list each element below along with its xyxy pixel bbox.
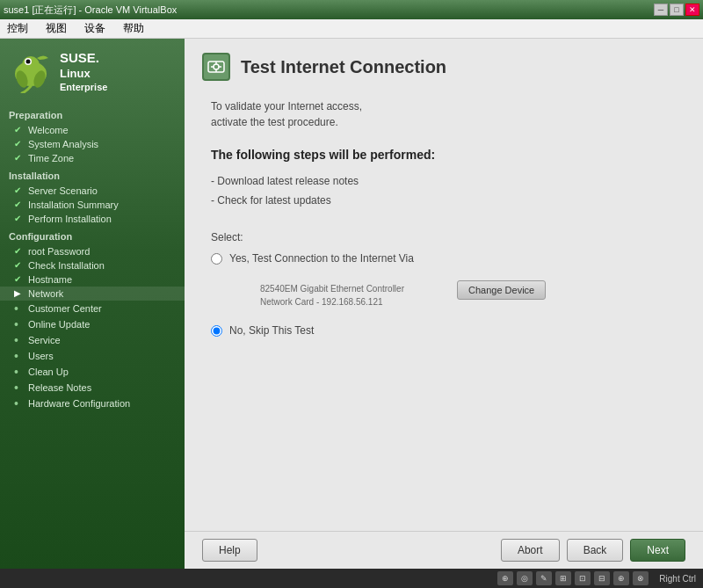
section-preparation: Preparation (0, 105, 185, 123)
description-text: To validate your Internet access, activa… (211, 98, 677, 130)
svg-point-7 (214, 64, 219, 69)
title-bar: suse1 [正在运行] - Oracle VM VirtualBox ─ □ … (0, 0, 703, 19)
content-header: Test Internet Connection (185, 39, 703, 90)
sidebar-item-online-update[interactable]: •Online Update (0, 316, 185, 332)
check-icon: ✔ (14, 125, 25, 134)
taskbar-icon-8[interactable]: ⊗ (633, 571, 649, 585)
content-icon (202, 53, 230, 81)
sidebar-logo: SUSE. Linux Enterprise (0, 39, 185, 105)
sidebar-item-server-scenario[interactable]: ✔Server Scenario (0, 184, 185, 198)
section-installation: Installation (0, 165, 185, 184)
check-icon: ✔ (14, 246, 25, 256)
radio-yes-label: Yes, Test Connection to the Internet Via (229, 252, 414, 265)
sidebar-item-check-installation[interactable]: ✔Check Installation (0, 258, 185, 272)
radio-yes-input[interactable] (211, 253, 222, 265)
check-icon: ✔ (14, 139, 25, 149)
sidebar-item-service[interactable]: •Service (0, 332, 185, 348)
bullet-icon: • (14, 397, 25, 410)
change-device-button[interactable]: Change Device (457, 280, 546, 300)
sidebar-item-system-analysis[interactable]: ✔System Analysis (0, 137, 185, 151)
taskbar-icon-6[interactable]: ⊟ (594, 571, 610, 585)
help-button[interactable]: Help (202, 539, 257, 562)
sidebar-item-customer-center[interactable]: •Customer Center (0, 301, 185, 316)
bottom-bar: Help Abort Back Next (185, 531, 703, 569)
minimize-button[interactable]: ─ (654, 4, 668, 16)
taskbar-icon-4[interactable]: ⊞ (555, 571, 571, 585)
sidebar-item-cleanup[interactable]: •Clean Up (0, 364, 185, 380)
device-info: 82540EM Gigabit Ethernet Controller Netw… (260, 282, 404, 309)
bullet-icon: • (14, 366, 25, 378)
select-label: Select: (211, 231, 677, 243)
section-configuration: Configuration (0, 226, 185, 244)
sidebar-item-hardware-configuration[interactable]: •Hardware Configuration (0, 396, 185, 411)
taskbar: ⊕ ◎ ✎ ⊞ ⊡ ⊟ ⊕ ⊗ Right Ctrl (0, 569, 703, 588)
taskbar-icon-7[interactable]: ⊕ (613, 571, 629, 585)
bottom-right: Abort Back Next (501, 539, 685, 562)
radio-yes-option[interactable]: Yes, Test Connection to the Internet Via (211, 252, 414, 265)
next-button[interactable]: Next (630, 539, 685, 562)
main-container: SUSE. Linux Enterprise Preparation ✔Welc… (0, 39, 703, 569)
sidebar: SUSE. Linux Enterprise Preparation ✔Welc… (0, 39, 185, 569)
bullet-icon: • (14, 334, 25, 346)
check-icon: ✔ (14, 185, 25, 195)
taskbar-icon-2[interactable]: ◎ (517, 571, 533, 585)
sidebar-item-network[interactable]: ▶Network (0, 287, 185, 301)
content-body: To validate your Internet access, activa… (185, 90, 703, 531)
radio-no-row: No, Skip This Test (211, 324, 677, 337)
steps-header: The following steps will be performed: (211, 148, 677, 162)
bottom-left: Help (202, 539, 257, 562)
network-icon (206, 56, 227, 77)
sidebar-item-users[interactable]: •Users (0, 348, 185, 364)
bullet-icon: • (14, 381, 25, 394)
step-item-2: - Check for latest updates (211, 192, 677, 211)
bullet-icon: • (14, 318, 25, 330)
taskbar-icon-5[interactable]: ⊡ (575, 571, 591, 585)
check-icon: ✔ (14, 153, 25, 163)
sidebar-item-time-zone[interactable]: ✔Time Zone (0, 151, 185, 165)
arrow-icon: ▶ (14, 288, 25, 298)
check-icon: ✔ (14, 214, 25, 223)
steps-list: - Download latest release notes - Check … (211, 172, 677, 210)
check-icon: ✔ (14, 274, 25, 284)
sidebar-item-root-password[interactable]: ✔root Password (0, 244, 185, 258)
radio-no-input[interactable] (211, 325, 222, 337)
abort-button[interactable]: Abort (501, 539, 560, 562)
svg-point-3 (26, 60, 31, 64)
menu-control[interactable]: 控制 (4, 19, 32, 38)
sidebar-item-hostname[interactable]: ✔Hostname (0, 272, 185, 287)
bullet-icon: • (14, 350, 25, 362)
menu-bar: 控制 视图 设备 帮助 (0, 19, 703, 39)
sidebar-item-perform-installation[interactable]: ✔Perform Installation (0, 212, 185, 226)
check-icon: ✔ (14, 200, 25, 209)
window-title: suse1 [正在运行] - Oracle VM VirtualBox (4, 4, 177, 17)
page-title: Test Internet Connection (241, 57, 446, 77)
suse-logo-text: SUSE. Linux Enterprise (60, 49, 107, 94)
content-area: Test Internet Connection To validate you… (185, 39, 703, 569)
taskbar-icon-1[interactable]: ⊕ (497, 571, 513, 585)
sidebar-item-installation-summary[interactable]: ✔Installation Summary (0, 198, 185, 212)
window-controls: ─ □ ✕ (654, 4, 699, 16)
sidebar-item-release-notes[interactable]: •Release Notes (0, 380, 185, 396)
svg-point-1 (22, 56, 40, 74)
close-button[interactable]: ✕ (685, 4, 699, 16)
radio-no-label: No, Skip This Test (229, 324, 314, 337)
sidebar-item-welcome[interactable]: ✔Welcome (0, 123, 185, 137)
right-ctrl-label: Right Ctrl (659, 574, 696, 584)
step-item-1: - Download latest release notes (211, 172, 677, 192)
menu-view[interactable]: 视图 (42, 19, 70, 38)
device-row: 82540EM Gigabit Ethernet Controller Netw… (236, 279, 677, 316)
check-icon: ✔ (14, 260, 25, 270)
radio-yes-row: Yes, Test Connection to the Internet Via (211, 252, 677, 272)
menu-devices[interactable]: 设备 (81, 19, 109, 38)
chameleon-icon (9, 49, 53, 93)
menu-help[interactable]: 帮助 (120, 19, 148, 38)
bullet-icon: • (14, 302, 25, 315)
taskbar-icon-3[interactable]: ✎ (536, 571, 552, 585)
back-button[interactable]: Back (567, 539, 624, 562)
maximize-button[interactable]: □ (670, 4, 684, 16)
